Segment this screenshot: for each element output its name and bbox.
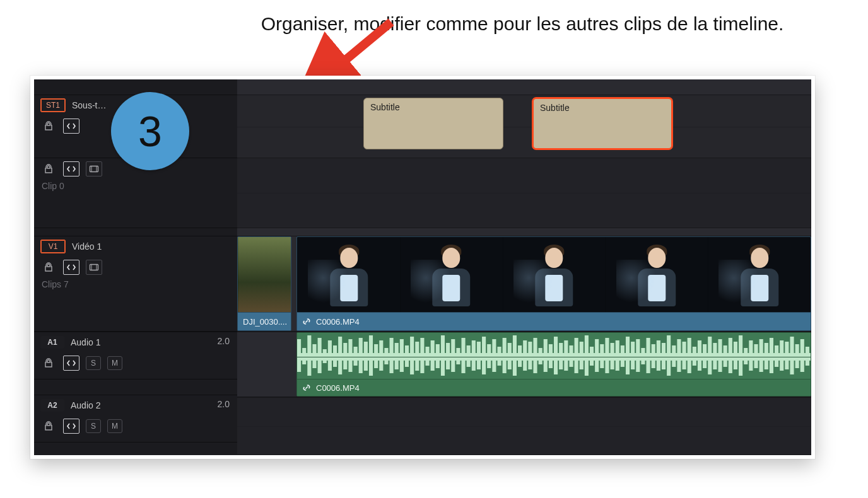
svg-rect-180: [677, 357, 681, 372]
svg-rect-83: [698, 340, 701, 357]
track-tag-v1[interactable]: V1: [40, 240, 66, 253]
svg-rect-49: [523, 340, 527, 357]
svg-rect-174: [647, 357, 650, 373]
svg-rect-200: [780, 357, 783, 371]
svg-rect-117: [354, 357, 358, 366]
video-clip-c0006[interactable]: C0006.MP4: [296, 236, 811, 331]
svg-rect-177: [662, 357, 666, 369]
svg-rect-168: [616, 357, 619, 371]
lock-icon[interactable]: [40, 119, 57, 134]
lock-icon[interactable]: [40, 419, 57, 434]
svg-rect-156: [554, 357, 558, 374]
svg-rect-101: [790, 337, 794, 357]
svg-rect-103: [801, 339, 804, 357]
step-badge: 3: [111, 92, 189, 170]
subtitle-clip[interactable]: Subtitle: [363, 98, 503, 149]
auto-select-icon[interactable]: [63, 161, 79, 177]
svg-rect-147: [508, 357, 512, 369]
lane-audio2[interactable]: [237, 397, 811, 455]
svg-rect-111: [323, 357, 327, 363]
svg-rect-132: [431, 357, 435, 371]
svg-rect-104: [806, 347, 809, 357]
video-clip-dji[interactable]: DJI_0030....: [237, 236, 291, 331]
svg-rect-150: [523, 357, 527, 371]
audio-clip-c0006[interactable]: C0006.MP4: [296, 332, 811, 397]
svg-rect-73: [647, 338, 650, 357]
video-clip-label: C0006.MP4: [316, 317, 360, 327]
svg-rect-28: [415, 342, 419, 357]
svg-rect-188: [718, 357, 722, 372]
filmstrip-icon[interactable]: [86, 161, 102, 177]
svg-rect-6: [302, 348, 306, 357]
lane-video1[interactable]: DJI_0030.... C0006.MP4: [237, 236, 811, 332]
svg-rect-48: [518, 345, 522, 357]
svg-rect-27: [410, 337, 414, 357]
track-header-audio2[interactable]: A2 Audio 2 2.0 S M: [34, 395, 237, 443]
svg-rect-118: [359, 357, 363, 373]
svg-rect-171: [631, 357, 635, 369]
lane-spacer[interactable]: [237, 158, 811, 228]
svg-rect-167: [611, 357, 614, 369]
svg-rect-2: [90, 265, 98, 270]
track-header-audio1[interactable]: A1 Audio 1 2.0 S M: [34, 332, 237, 379]
svg-rect-135: [446, 357, 450, 369]
track-header-spacer[interactable]: Clip 0: [34, 158, 237, 228]
timeline-tracks[interactable]: Subtitle Subtitle DJI_0030....: [237, 79, 811, 455]
filmstrip-icon[interactable]: [86, 260, 102, 275]
svg-rect-99: [780, 340, 783, 357]
subtitle-clip-selected[interactable]: Subtitle: [532, 98, 672, 149]
auto-select-icon[interactable]: [63, 356, 79, 371]
svg-rect-176: [657, 357, 660, 371]
svg-rect-65: [605, 338, 609, 357]
auto-select-icon[interactable]: [63, 119, 79, 134]
lock-icon[interactable]: [40, 260, 57, 275]
svg-rect-54: [549, 344, 553, 357]
track-name-audio1: Audio 1: [71, 337, 100, 347]
lock-icon[interactable]: [40, 161, 57, 177]
svg-rect-169: [621, 357, 625, 367]
svg-rect-18: [364, 342, 368, 357]
svg-rect-33: [441, 335, 445, 357]
svg-rect-35: [451, 339, 455, 357]
svg-rect-29: [420, 338, 424, 357]
svg-rect-23: [390, 338, 394, 357]
svg-rect-21: [379, 340, 383, 357]
mute-button[interactable]: M: [107, 419, 122, 433]
svg-rect-123: [384, 357, 388, 364]
auto-select-icon[interactable]: [63, 419, 79, 434]
svg-rect-139: [467, 357, 471, 367]
svg-rect-175: [652, 357, 655, 368]
svg-rect-106: [297, 357, 301, 372]
svg-rect-203: [795, 357, 799, 368]
svg-rect-162: [585, 357, 589, 376]
mute-button[interactable]: M: [107, 356, 122, 370]
svg-rect-64: [600, 344, 604, 357]
lock-icon[interactable]: [40, 356, 57, 371]
svg-rect-43: [492, 339, 496, 357]
svg-rect-58: [569, 345, 573, 357]
solo-button[interactable]: S: [86, 419, 101, 433]
svg-rect-140: [472, 357, 476, 371]
svg-rect-8: [312, 344, 316, 357]
track-tag-a1[interactable]: A1: [40, 336, 64, 349]
svg-rect-193: [744, 357, 748, 364]
svg-rect-130: [420, 357, 424, 373]
track-name-subtitle: Sous-t…: [72, 100, 106, 110]
svg-rect-70: [631, 342, 635, 357]
track-tag-a2[interactable]: A2: [40, 399, 64, 412]
svg-rect-195: [754, 357, 758, 368]
svg-rect-133: [436, 357, 440, 368]
video-clip-label: DJI_0030....: [243, 317, 287, 327]
track-tag-st1[interactable]: ST1: [40, 98, 66, 112]
svg-rect-204: [801, 357, 804, 372]
track-header-video1[interactable]: V1 Vidéo 1 Clips 7: [34, 236, 237, 332]
svg-rect-45: [503, 338, 507, 357]
auto-select-icon[interactable]: [63, 260, 79, 275]
lane-subtitle[interactable]: Subtitle Subtitle: [237, 95, 811, 159]
svg-rect-154: [544, 357, 548, 372]
svg-rect-47: [513, 335, 517, 357]
svg-rect-187: [713, 357, 717, 369]
svg-rect-41: [482, 337, 486, 357]
lane-audio1[interactable]: C0006.MP4: [237, 332, 811, 397]
solo-button[interactable]: S: [86, 356, 101, 370]
